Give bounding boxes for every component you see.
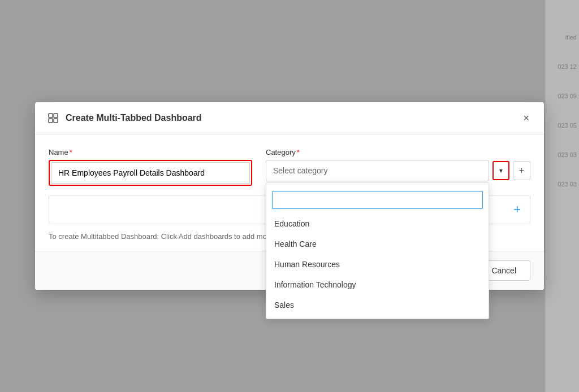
svg-rect-0 <box>49 114 53 117</box>
add-icon: + <box>513 202 521 216</box>
category-add-button[interactable]: + <box>513 161 530 180</box>
category-label: Category* <box>266 148 530 156</box>
category-option-healthcare[interactable]: Health Care <box>266 234 489 254</box>
create-dashboard-modal: Create Multi-Tabbed Dashboard × Name* <box>35 102 544 290</box>
category-row: Select category Education Health Care <box>266 160 530 181</box>
close-button[interactable]: × <box>520 112 533 124</box>
modal-overlay: Create Multi-Tabbed Dashboard × Name* <box>0 0 579 392</box>
category-required-star: * <box>297 148 300 156</box>
name-input-wrapper <box>49 160 252 186</box>
category-option-hr[interactable]: Human Resources <box>266 254 489 275</box>
category-field-group: Category* Select category <box>266 148 530 181</box>
category-placeholder: Select category <box>273 166 328 175</box>
dropdown-search-wrapper <box>266 186 489 214</box>
chevron-down-icon: ▾ <box>499 167 503 175</box>
category-dropdown-button[interactable]: ▾ <box>492 161 509 180</box>
category-option-sales[interactable]: Sales <box>266 295 489 315</box>
form-row: Name* Category* <box>49 148 530 186</box>
modal-body: Name* Category* <box>35 134 544 251</box>
svg-rect-2 <box>49 119 53 123</box>
name-input[interactable] <box>51 162 250 184</box>
modal-header: Create Multi-Tabbed Dashboard × <box>35 102 544 134</box>
svg-rect-1 <box>54 114 58 117</box>
dashboard-icon <box>46 111 60 125</box>
category-option-it[interactable]: Information Technology <box>266 275 489 295</box>
name-label: Name* <box>49 148 252 156</box>
svg-rect-3 <box>54 119 58 123</box>
name-field-group: Name* <box>49 148 252 186</box>
category-option-education[interactable]: Education <box>266 214 489 234</box>
name-required-star: * <box>70 148 72 156</box>
category-dropdown: Education Health Care Human Resources In… <box>266 182 489 319</box>
category-select-display[interactable]: Select category <box>266 160 489 181</box>
dropdown-search-input[interactable] <box>272 191 483 209</box>
modal-title: Create Multi-Tabbed Dashboard <box>66 113 514 123</box>
add-tab-button[interactable]: + <box>513 202 521 217</box>
category-select-wrapper: Select category Education Health Care <box>266 160 489 181</box>
plus-icon: + <box>519 165 524 175</box>
